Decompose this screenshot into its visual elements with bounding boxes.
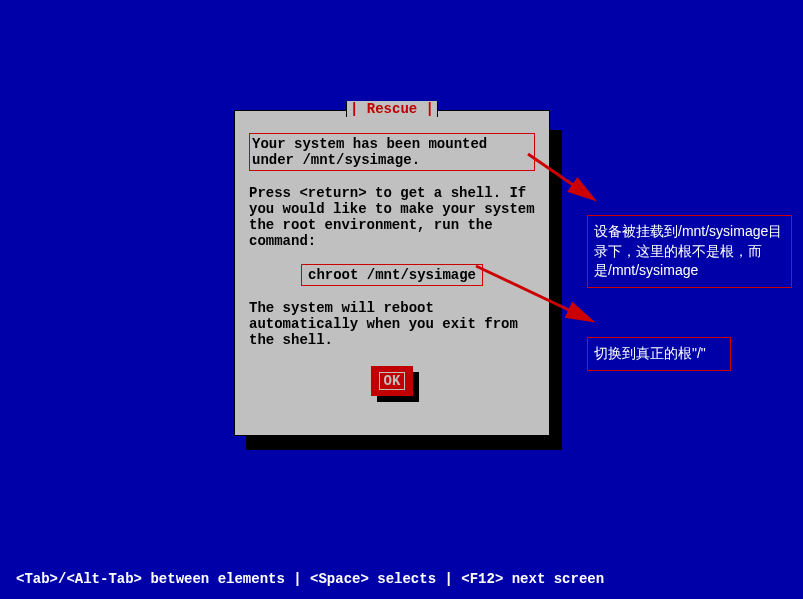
dialog-title-text: Rescue xyxy=(367,101,417,117)
annotation-mount: 设备被挂载到/mnt/sysimage目录下，这里的根不是根，而是/mnt/sy… xyxy=(587,215,792,288)
svg-line-1 xyxy=(528,154,592,198)
instructions-text: Press <return> to get a shell. If you wo… xyxy=(249,185,535,249)
dialog-title: | Rescue | xyxy=(346,101,438,117)
chroot-command: chroot /mnt/sysimage xyxy=(308,267,476,283)
ok-button-label: OK xyxy=(379,372,406,390)
chroot-command-box: chroot /mnt/sysimage xyxy=(301,264,483,286)
mounted-message-box: Your system has been mounted under /mnt/… xyxy=(249,133,535,171)
mounted-message: Your system has been mounted under /mnt/… xyxy=(252,136,487,168)
status-bar-text: <Tab>/<Alt-Tab> between elements | <Spac… xyxy=(16,571,604,587)
arrow-to-chroot-note xyxy=(472,262,602,332)
ok-button[interactable]: OK xyxy=(371,366,414,396)
annotation-chroot: 切换到真正的根"/" xyxy=(587,337,731,371)
ok-button-shadow: OK xyxy=(371,366,414,396)
status-bar: <Tab>/<Alt-Tab> between elements | <Spac… xyxy=(16,571,604,587)
svg-line-3 xyxy=(476,266,590,320)
ok-button-wrap: OK xyxy=(249,366,535,396)
arrow-to-mount-note xyxy=(524,150,604,210)
annotation-chroot-text: 切换到真正的根"/" xyxy=(594,345,706,361)
dialog-body: Your system has been mounted under /mnt/… xyxy=(235,111,549,406)
annotation-mount-text: 设备被挂载到/mnt/sysimage目录下，这里的根不是根，而是/mnt/sy… xyxy=(594,223,782,278)
